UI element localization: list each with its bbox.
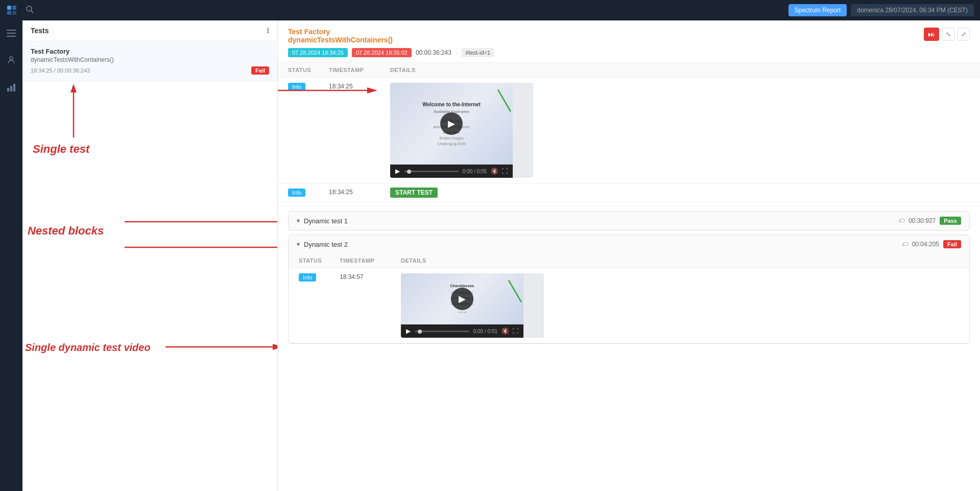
log-row-video: Info 18:34:25 Full video Welcome to the-… xyxy=(278,78,980,183)
mute-icon[interactable]: 🔇 xyxy=(491,168,498,175)
inner-col-status: STATUS xyxy=(299,258,340,264)
log-status-info-2: Info xyxy=(288,189,329,197)
video-controls: ▶ 0:00 / 0:05 🔇 ⛶ xyxy=(390,165,513,178)
factory-name: Test Factory xyxy=(288,28,494,36)
log-timestamp-2: 18:34:25 xyxy=(329,189,390,196)
svg-rect-1 xyxy=(12,6,16,10)
topbar-right: Spectrum Report domenica 28/07/2024, 06:… xyxy=(788,4,974,16)
inner-fullscreen-icon[interactable]: ⛶ xyxy=(512,328,518,335)
tag-end-time: 07.28.2024 18:35:02 xyxy=(352,48,412,57)
left-panel-header: Tests ℹ xyxy=(22,20,277,41)
nested-block-1-meta: 🏷 00:30:927 Pass xyxy=(898,217,961,225)
tag-start-time: 07.28.2024 18:34:25 xyxy=(288,48,348,57)
test-item[interactable]: Test Factory dynamicTestsWithContainers(… xyxy=(22,41,277,81)
fullscreen-button[interactable]: ⤢ xyxy=(958,28,970,41)
sidebar-menu-icon[interactable] xyxy=(4,27,19,42)
video-thumbnail[interactable]: Welcome to the-Internet Available Exampl… xyxy=(390,83,513,165)
inner-video-thumbnail[interactable]: Checkboxes ☑ checkbox 1☑ checkbox 2☑ che… xyxy=(401,273,523,324)
nested-block-1-header[interactable]: ▾ Dynamic test 1 🏷 00:30:927 Pass xyxy=(289,212,969,230)
play-icon[interactable]: ▶ xyxy=(395,168,400,175)
test-item-method: dynamicTestsWithContainers() xyxy=(31,56,269,63)
svg-line-5 xyxy=(31,11,33,13)
skip-button[interactable]: ⏭ xyxy=(924,28,939,41)
block-duration-1: 00:30:927 xyxy=(909,217,936,224)
sidebar-users-icon[interactable] xyxy=(4,52,19,69)
svg-rect-12 xyxy=(13,84,15,91)
inner-video-container: Checkboxes ☑ checkbox 1☑ checkbox 2☑ che… xyxy=(401,273,544,338)
fullscreen-icon[interactable]: ⛶ xyxy=(501,168,508,175)
chevron-icon: ▾ xyxy=(297,217,300,224)
log-timestamp: 18:34:25 xyxy=(329,83,390,90)
logs-header: STATUS TIMESTAMP DETAILS xyxy=(278,63,980,78)
svg-rect-7 xyxy=(7,33,16,34)
info-icon[interactable]: ℹ xyxy=(267,27,269,35)
test-meta-row: 07.28.2024 18:34:25 07.28.2024 18:35:02 … xyxy=(288,48,494,57)
inner-mute-icon[interactable]: 🔇 xyxy=(501,328,509,335)
inner-progress-bar[interactable] xyxy=(415,331,469,332)
app-logo[interactable] xyxy=(6,5,17,16)
progress-bar[interactable] xyxy=(404,171,459,172)
video-time: 0:00 / 0:05 xyxy=(463,169,487,174)
chevron-icon-2: ▾ xyxy=(297,241,300,248)
main-layout: Tests ℹ Test Factory dynamicTestsWithCon… xyxy=(0,20,980,491)
annotation-nested-blocks: Nested blocks xyxy=(28,224,104,238)
sidebar xyxy=(0,20,22,491)
left-panel: Tests ℹ Test Factory dynamicTestsWithCon… xyxy=(22,20,278,491)
tag-icon-2: 🏷 xyxy=(902,241,908,248)
topbar: Spectrum Report domenica 28/07/2024, 06:… xyxy=(0,0,980,20)
log-status-info: Info xyxy=(288,83,329,91)
block-badge-pass: Pass xyxy=(940,217,961,225)
topbar-left xyxy=(6,5,34,16)
spectrum-report-button[interactable]: Spectrum Report xyxy=(788,4,847,16)
sidebar-chart-icon[interactable] xyxy=(4,80,19,97)
right-panel: Test Factory dynamicTestsWithContainers(… xyxy=(278,20,980,491)
nested-block-1: ▾ Dynamic test 1 🏷 00:30:927 Pass xyxy=(288,211,970,230)
datetime-display: domenica 28/07/2024, 06:34 PM (CEST) xyxy=(851,4,974,16)
test-item-meta: 18:34:25 / 00:00:36:243 Fail xyxy=(31,66,269,75)
inner-video-time: 0:00 / 0:01 xyxy=(473,329,497,334)
test-item-time: 18:34:25 / 00:00:36:243 xyxy=(31,67,90,74)
expand-button[interactable]: ⤡ xyxy=(942,28,954,41)
svg-rect-0 xyxy=(7,6,11,10)
green-diagonal xyxy=(497,89,512,112)
nested-block-2-header[interactable]: ▾ Dynamic test 2 🏷 00:04:205 Fail xyxy=(289,235,969,253)
nested-block-2: ▾ Dynamic test 2 🏷 00:04:205 Fail STATUS… xyxy=(288,235,970,344)
log-details-video: Full video Welcome to the-Internet Avail… xyxy=(390,83,970,178)
inner-green-diagonal xyxy=(508,280,522,303)
section-divider xyxy=(278,206,980,207)
play-button-overlay[interactable]: ▶ xyxy=(440,112,463,135)
annotation-single-test: Single test xyxy=(33,143,89,156)
svg-rect-6 xyxy=(7,30,16,31)
inner-log-timestamp: 18:34:57 xyxy=(340,273,401,280)
progress-dot xyxy=(407,170,411,174)
search-icon[interactable] xyxy=(26,5,34,15)
inner-badge-info: Info xyxy=(299,273,316,282)
inner-col-timestamp: TIMESTAMP xyxy=(340,258,401,264)
col-status: STATUS xyxy=(288,67,329,73)
inner-logs-header: STATUS TIMESTAMP DETAILS xyxy=(289,253,969,268)
video-container-full: Welcome to the-Internet Available Exampl… xyxy=(390,83,533,178)
tag-id: #test-id=1 xyxy=(462,48,495,57)
svg-rect-11 xyxy=(10,86,12,91)
inner-log-row-video: Info 18:34:57 Checkboxes ☑ checkbox 1☑ c… xyxy=(289,268,969,343)
test-header-left: Test Factory dynamicTestsWithContainers(… xyxy=(288,28,494,57)
col-timestamp: TIMESTAMP xyxy=(329,67,390,73)
inner-play-icon[interactable]: ▶ xyxy=(406,328,411,335)
svg-rect-3 xyxy=(12,11,16,15)
inner-col-details: DETAILS xyxy=(401,258,959,264)
svg-rect-2 xyxy=(7,11,11,15)
inner-video-controls: ▶ 0:00 / 0:01 🔇 ⛶ xyxy=(401,324,523,338)
test-item-factory: Test Factory xyxy=(31,48,269,55)
annotation-single-dynamic-video: Single dynamic test video xyxy=(25,342,151,354)
test-header-right: ⏭ ⤡ ⤢ xyxy=(924,28,970,41)
badge-info-2: Info xyxy=(288,189,305,197)
inner-play-button-overlay[interactable]: ▶ xyxy=(451,288,473,310)
log-row-start-test: Info 18:34:25 START TEST xyxy=(278,183,980,202)
video-ctrl-icons: 🔇 ⛶ xyxy=(491,168,508,175)
method-name: dynamicTestsWithContainers() xyxy=(288,36,494,44)
nested-block-2-meta: 🏷 00:04:205 Fail xyxy=(902,240,961,248)
svg-rect-10 xyxy=(7,88,9,91)
nested-block-2-title: ▾ Dynamic test 2 xyxy=(297,241,348,248)
dynamic-test-1-label: Dynamic test 1 xyxy=(304,217,348,225)
test-header: Test Factory dynamicTestsWithContainers(… xyxy=(278,20,980,63)
